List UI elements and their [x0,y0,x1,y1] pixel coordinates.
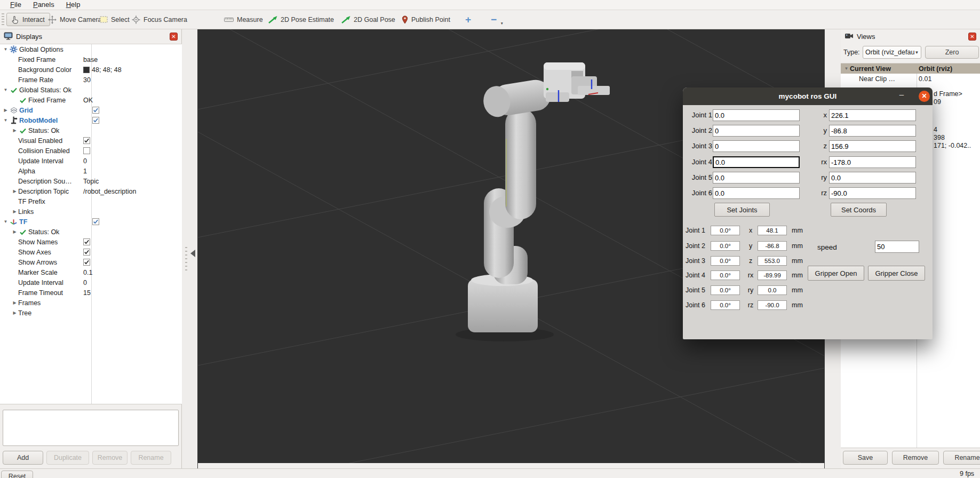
joint-4-input[interactable] [713,156,800,168]
expander-closed-icon[interactable]: ▶ [11,229,18,234]
checkbox-unchecked[interactable] [83,147,90,154]
displays-row-show-arrows[interactable]: Show Arrows [0,257,182,267]
displays-row-tf[interactable]: ▼TF [0,217,182,227]
expander-open-icon[interactable]: ▼ [2,219,9,224]
checkbox-checked[interactable] [92,107,99,114]
expander-open-icon[interactable]: ▼ [2,47,9,52]
remove-button: Remove [92,451,128,465]
coord-y-input[interactable] [829,125,916,137]
displays-row-update-interval[interactable]: Update Interval0 [0,277,182,288]
expander-closed-icon[interactable]: ▶ [11,209,18,214]
displays-row-frame-rate[interactable]: Frame Rate30 [0,75,182,85]
menu-item-file[interactable]: File [4,0,27,10]
gripper-open-button[interactable]: Gripper Open [808,266,864,281]
displays-row-alpha[interactable]: Alpha1 [0,166,182,176]
checkbox-checked[interactable] [92,218,99,225]
displays-row-visual-enabled[interactable]: Visual Enabled [0,136,182,146]
views-row-near-clip-[interactable]: Near Clip …0.01 [841,74,980,84]
displays-row-show-axes[interactable]: Show Axes [0,247,182,257]
expander-closed-icon[interactable]: ▶ [11,300,18,305]
menu-item-help[interactable]: Help [60,0,86,10]
displays-close-button[interactable]: ✕ [170,33,178,41]
coord-z-input[interactable] [829,140,916,152]
status-unit-label: mm [792,301,803,309]
checkbox-checked[interactable] [83,137,90,144]
joint-6-input[interactable] [713,187,800,199]
expander-open-icon[interactable]: ▼ [843,66,850,71]
tool-interact[interactable]: Interact [6,13,50,26]
zero-button[interactable]: Zero [925,46,979,59]
displays-row-tf-prefix[interactable]: TF Prefix [0,196,182,206]
close-button[interactable]: ✕ [919,91,930,102]
remove-view-button[interactable]: Remove [892,451,939,465]
tool-move-camera[interactable]: Move Camera [48,13,102,26]
speed-input[interactable] [875,241,919,253]
add-button[interactable]: Add [3,451,43,465]
displays-row-update-interval[interactable]: Update Interval0 [0,156,182,166]
joint-5-input[interactable] [713,172,800,184]
checkbox-checked[interactable] [83,249,90,256]
checkbox-checked[interactable] [83,259,90,266]
displays-row-description-sou-[interactable]: Description Sou…Topic [0,176,182,186]
displays-row-background-color[interactable]: Background Color48; 48; 48 [0,65,182,75]
toolbar-drag-handle[interactable] [2,13,4,26]
gripper-close-button[interactable]: Gripper Close [868,266,925,281]
displays-row-description-topic[interactable]: ▶Description Topic/robot_description [0,186,182,196]
tool-select[interactable]: Select [100,13,130,26]
tool-publish-point[interactable]: Publish Point [402,13,450,26]
joint-1-input[interactable] [713,109,800,121]
expander-open-icon[interactable]: ▼ [2,118,9,123]
displays-row-links[interactable]: ▶Links [0,206,182,217]
coord-rz-input[interactable] [829,187,916,199]
left-panel-splitter[interactable] [182,29,198,468]
save-view-button[interactable]: Save [843,451,888,465]
displays-row-status-ok[interactable]: ▶Status: Ok [0,227,182,237]
displays-row-collision-enabled[interactable]: Collision Enabled [0,146,182,156]
expander-closed-icon[interactable]: ▶ [11,310,18,315]
displays-buttons-row: AddDuplicateRemoveRename [3,451,171,465]
displays-row-grid[interactable]: ▶Grid [0,105,182,115]
views-row-current-view[interactable]: ▼Current ViewOrbit (rviz) [841,63,980,74]
reset-button[interactable]: Reset [1,471,33,478]
minimize-button[interactable]: – [896,90,907,99]
status-unit-label: mm [792,272,803,279]
displays-row-frames[interactable]: ▶Frames [0,298,182,308]
displays-row-fixed-frame[interactable]: Fixed Framebase [0,54,182,65]
coord-rx-input[interactable] [829,156,916,168]
displays-row-global-status-ok[interactable]: ▼Global Status: Ok [0,85,182,95]
set-joints-button[interactable]: Set Joints [714,203,770,217]
dialog-titlebar[interactable]: mycobot ros GUI – ✕ [683,87,933,105]
set-coords-button[interactable]: Set Coords [831,203,887,217]
tool-2d-pose-estimate[interactable]: 2D Pose Estimate [268,13,334,26]
displays-row-robotmodel[interactable]: ▼RobotModel [0,115,182,125]
checkbox-checked[interactable] [83,238,90,245]
views-type-dropdown[interactable]: Orbit (rviz_defau ▼ [863,46,921,59]
displays-row-show-names[interactable]: Show Names [0,237,182,247]
menu-item-panels[interactable]: Panels [27,0,60,10]
coord-ry-input[interactable] [829,172,916,184]
status-joint-degrees: 0.0° [711,226,740,235]
views-close-button[interactable]: ✕ [968,33,976,41]
tool-measure[interactable]: Measure [224,13,263,26]
tool-focus-camera[interactable]: Focus Camera [132,13,187,26]
joint-2-input[interactable] [713,125,800,137]
displays-row-status-ok[interactable]: ▶Status: Ok [0,125,182,136]
displays-row-frame-timeout[interactable]: Frame Timeout15 [0,288,182,298]
expander-closed-icon[interactable]: ▶ [11,189,18,194]
collapse-left-arrow-icon[interactable] [190,250,195,257]
rename-view-button[interactable]: Rename [943,451,980,465]
displays-row-global-options[interactable]: ▼Global Options [0,44,182,54]
expander-closed-icon[interactable]: ▶ [2,108,9,113]
expander-open-icon[interactable]: ▼ [2,87,9,92]
joint-3-input[interactable] [713,140,800,152]
displays-row-fixed-frame[interactable]: Fixed FrameOK [0,95,182,105]
tool-−[interactable]: −▾ [491,13,503,26]
coord-x-input[interactable] [829,109,916,121]
displays-row-tree[interactable]: ▶Tree [0,308,182,318]
coord-input-label: z [811,142,827,150]
tool-+[interactable]: + [465,13,471,26]
checkbox-checked[interactable] [92,117,99,124]
expander-closed-icon[interactable]: ▶ [11,128,18,133]
displays-row-marker-scale[interactable]: Marker Scale0.1 [0,267,182,277]
tool-2d-goal-pose[interactable]: 2D Goal Pose [341,13,395,26]
